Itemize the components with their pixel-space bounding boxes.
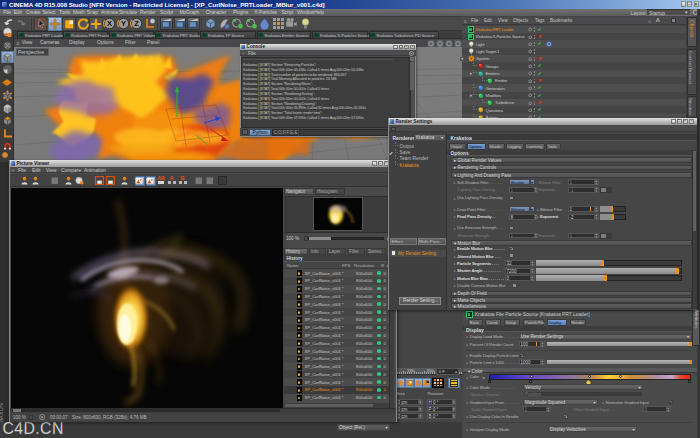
svg-text:Y: Y [120,19,125,28]
svg-text:X: X [107,19,112,28]
svg-text:Z: Z [134,19,139,28]
